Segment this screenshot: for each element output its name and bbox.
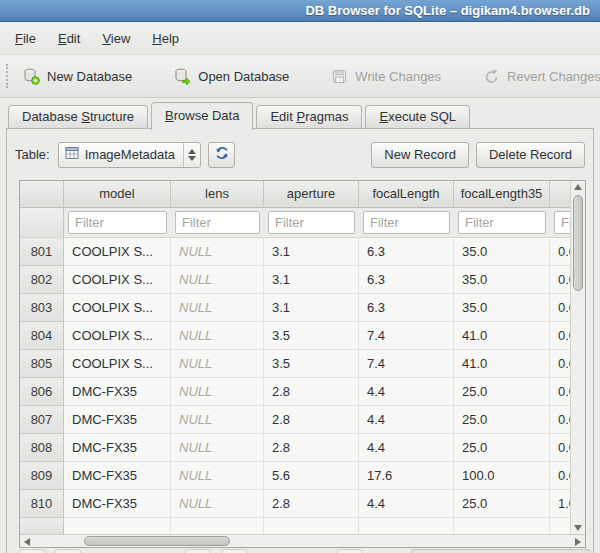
grid-header-row: modellensaperturefocalLengthfocalLength3… [20,181,586,208]
cell[interactable]: NULL [171,406,264,434]
cell[interactable]: NULL [171,490,264,518]
open-database-button[interactable]: Open Database [165,63,298,90]
cell[interactable]: NULL [171,294,264,322]
column-header-focalLength35[interactable]: focalLength35 [454,181,550,208]
new-record-button[interactable]: New Record [371,142,469,168]
cell[interactable]: NULL [171,238,264,266]
tab-browse-data[interactable]: Browse Data [151,102,253,130]
toolbar-drag-handle[interactable] [6,64,8,88]
cell[interactable]: 41.0 [454,350,550,378]
cell[interactable]: 2.8 [264,490,359,518]
cell[interactable]: 3.5 [264,350,359,378]
menu-help[interactable]: Help [141,25,190,52]
cell[interactable]: 4.4 [359,434,454,462]
column-header-lens[interactable]: lens [171,181,264,208]
cell[interactable]: NULL [171,350,264,378]
cell[interactable]: 2.8 [264,378,359,406]
cell[interactable]: 2.8 [264,434,359,462]
cell[interactable]: 35.0 [454,266,550,294]
filter-input-focalLength[interactable] [363,211,450,234]
table-row: 804COOLPIX S...NULL3.57.441.00.03 [20,322,586,350]
cell[interactable]: 6.3 [359,266,454,294]
cell[interactable]: NULL [171,462,264,490]
filter-input-lens[interactable] [175,211,260,234]
cell[interactable]: COOLPIX S... [64,294,171,322]
table-selector-spinner[interactable] [183,143,200,167]
row-header[interactable]: 803 [20,294,64,322]
cell[interactable]: COOLPIX S... [64,350,171,378]
cell[interactable]: 100.0 [454,462,550,490]
cell[interactable]: 4.4 [359,490,454,518]
scroll-down-icon[interactable] [574,525,582,531]
filter-input-model[interactable] [68,211,167,234]
row-header[interactable]: 805 [20,350,64,378]
column-header-focalLength[interactable]: focalLength [359,181,454,208]
cell[interactable]: 4.4 [359,406,454,434]
table-row: 810DMC-FX35NULL2.84.425.01.0 [20,490,586,518]
cell[interactable]: NULL [171,378,264,406]
refresh-button[interactable] [208,142,235,168]
cell[interactable]: DMC-FX35 [64,490,171,518]
cell[interactable]: DMC-FX35 [64,434,171,462]
menu-edit[interactable]: Edit [47,25,91,52]
table-selector[interactable]: ImageMetadata [58,142,201,168]
cell[interactable]: COOLPIX S... [64,266,171,294]
cell[interactable]: 7.4 [359,322,454,350]
cell[interactable]: 35.0 [454,294,550,322]
table-label: Table: [15,147,50,162]
scroll-up-icon[interactable] [574,184,582,190]
cell[interactable]: COOLPIX S... [64,322,171,350]
menu-view[interactable]: View [91,25,141,52]
titlebar[interactable]: DB Browser for SQLite – digikam4.browser… [0,0,600,22]
cell[interactable]: DMC-FX35 [64,378,171,406]
cell[interactable]: 7.4 [359,350,454,378]
new-database-button[interactable]: New Database [14,63,141,90]
scroll-right-icon[interactable] [575,538,581,546]
cell[interactable]: 6.3 [359,294,454,322]
filter-input-aperture[interactable] [268,211,355,234]
grid-corner-cell[interactable] [20,181,64,208]
row-header[interactable]: 801 [20,238,64,266]
row-header[interactable]: 804 [20,322,64,350]
cell[interactable]: 3.1 [264,238,359,266]
menu-file[interactable]: File [4,25,47,52]
tab-edit-pragmas[interactable]: Edit Pragmas [256,105,362,129]
cell[interactable]: 4.4 [359,378,454,406]
cell[interactable]: 35.0 [454,238,550,266]
cell[interactable]: NULL [171,266,264,294]
scroll-left-icon[interactable] [24,538,30,546]
row-header[interactable]: 806 [20,378,64,406]
cell[interactable]: 3.1 [264,266,359,294]
row-header[interactable]: 807 [20,406,64,434]
cell[interactable]: 25.0 [454,434,550,462]
cell[interactable]: NULL [171,322,264,350]
cell[interactable]: COOLPIX S... [64,238,171,266]
delete-record-button[interactable]: Delete Record [476,142,585,168]
cell[interactable]: 5.6 [264,462,359,490]
cell[interactable]: 3.5 [264,322,359,350]
cell[interactable]: 3.1 [264,294,359,322]
cell[interactable]: NULL [171,434,264,462]
horizontal-scrollbar-thumb[interactable] [84,536,230,546]
row-header[interactable]: 802 [20,266,64,294]
cell[interactable]: 2.8 [264,406,359,434]
row-header[interactable]: 810 [20,490,64,518]
filter-input-focalLength35[interactable] [458,211,546,234]
horizontal-scrollbar[interactable] [20,534,585,547]
tab-database-structure[interactable]: Database Structure [8,105,148,129]
cell[interactable]: 6.3 [359,238,454,266]
row-header[interactable]: 809 [20,462,64,490]
tab-execute-sql[interactable]: Execute SQL [365,105,470,129]
cell[interactable]: 25.0 [454,490,550,518]
vertical-scrollbar-thumb[interactable] [573,195,583,291]
cell[interactable]: 41.0 [454,322,550,350]
cell[interactable]: 25.0 [454,406,550,434]
cell[interactable]: DMC-FX35 [64,462,171,490]
cell[interactable]: DMC-FX35 [64,406,171,434]
cell[interactable]: 17.6 [359,462,454,490]
row-header[interactable]: 808 [20,434,64,462]
cell[interactable]: 25.0 [454,378,550,406]
vertical-scrollbar[interactable] [570,181,585,534]
column-header-model[interactable]: model [64,181,171,208]
column-header-aperture[interactable]: aperture [264,181,359,208]
